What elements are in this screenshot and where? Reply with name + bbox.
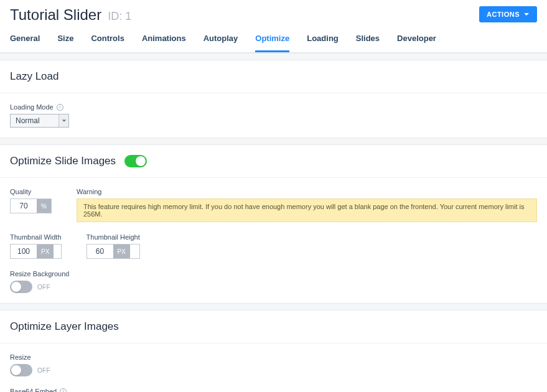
panel-title-optimize-slide: Optimize Slide Images xyxy=(10,155,116,167)
page-title: Tutorial Slider xyxy=(10,6,101,24)
px-unit: PX xyxy=(113,245,130,258)
warning-label: Warning xyxy=(77,188,537,195)
tab-optimize[interactable]: Optimize xyxy=(255,34,289,52)
thumb-height-input[interactable] xyxy=(87,245,113,258)
thumb-width-label: Thumbnail Width xyxy=(10,233,62,241)
actions-button[interactable]: ACTIONS xyxy=(479,6,537,22)
tab-developer[interactable]: Developer xyxy=(397,34,436,52)
optimize-slide-toggle[interactable] xyxy=(124,155,147,167)
warning-box: This feature requires high memory limit.… xyxy=(77,198,537,222)
tab-autoplay[interactable]: Autoplay xyxy=(203,34,238,52)
tabs: General Size Controls Animations Autopla… xyxy=(0,24,547,53)
info-icon[interactable]: i xyxy=(60,388,67,393)
panel-title-optimize-layer: Optimize Layer Images xyxy=(10,320,119,333)
tab-controls[interactable]: Controls xyxy=(91,34,124,52)
layer-resize-state: OFF xyxy=(37,367,50,374)
thumb-height-label: Thumbnail Height xyxy=(86,233,140,241)
page-id: ID: 1 xyxy=(108,10,131,23)
actions-label: ACTIONS xyxy=(487,11,520,18)
tab-animations[interactable]: Animations xyxy=(142,34,186,52)
panel-optimize-layer: Optimize Layer Images Resize OFF Base64 … xyxy=(0,310,547,392)
layer-resize-toggle[interactable] xyxy=(10,364,32,376)
chevron-down-icon xyxy=(523,11,530,17)
layer-resize-label: Resize xyxy=(10,353,50,361)
panel-lazy-load: Lazy Load Loading Mode i Normal xyxy=(0,60,547,138)
loading-mode-select[interactable]: Normal xyxy=(10,114,69,128)
tab-size[interactable]: Size xyxy=(57,34,73,52)
panel-title-lazy-load: Lazy Load xyxy=(10,70,58,83)
tab-general[interactable]: General xyxy=(10,34,40,52)
px-unit: PX xyxy=(37,245,54,258)
resize-bg-label: Resize Background xyxy=(10,270,69,278)
tab-slides[interactable]: Slides xyxy=(356,34,380,52)
tab-loading[interactable]: Loading xyxy=(307,34,339,52)
thumb-width-input-wrap: PX xyxy=(10,244,62,259)
quality-input[interactable] xyxy=(11,199,37,213)
chevron-down-icon xyxy=(58,114,68,127)
info-icon[interactable]: i xyxy=(57,104,63,111)
resize-bg-toggle[interactable] xyxy=(10,281,32,293)
thumb-width-input[interactable] xyxy=(11,245,37,258)
panel-optimize-slide: Optimize Slide Images Quality % Warning … xyxy=(0,144,547,304)
quality-label: Quality xyxy=(10,188,52,195)
resize-bg-state: OFF xyxy=(37,284,50,291)
quality-input-wrap: % xyxy=(10,198,52,213)
base64-label: Base64 Embed i xyxy=(10,388,67,392)
thumb-height-input-wrap: PX xyxy=(86,244,140,259)
quality-unit: % xyxy=(37,199,51,213)
loading-mode-label: Loading Mode i xyxy=(10,103,537,111)
loading-mode-value: Normal xyxy=(11,114,58,127)
